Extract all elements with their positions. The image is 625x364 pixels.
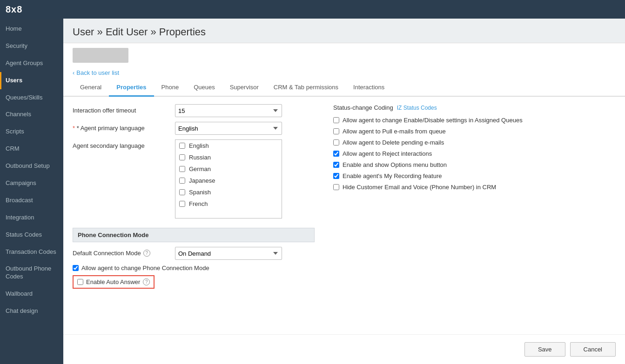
sidebar-item-status-codes[interactable]: Status Codes (0, 226, 63, 244)
right-checkbox-row-enable-options-menu: Enable and show Options menu button (333, 161, 616, 168)
right-checkbox-hide-customer-email[interactable] (333, 184, 339, 190)
user-avatar-area (63, 43, 625, 65)
footer-buttons: Save Cancel (63, 334, 625, 364)
tab-interactions[interactable]: Interactions (346, 79, 392, 97)
tab-general[interactable]: General (73, 79, 109, 97)
sidebar-item-outbound-setup[interactable]: Outbound Setup (0, 158, 63, 175)
agent-primary-language-row: * * Agent primary language English Spani… (73, 122, 315, 135)
save-button[interactable]: Save (524, 342, 565, 357)
right-checkbox-row-allow-pull-emails: Allow agent to Pull e-mails from queue (333, 128, 616, 135)
enable-auto-answer-container: Enable Auto Answer ? (73, 275, 315, 289)
lang-checkbox-japanese[interactable] (179, 178, 185, 184)
right-checkboxes: Allow agent to change Enable/Disable set… (333, 117, 616, 191)
sidebar-item-broadcast[interactable]: Broadcast (0, 192, 63, 209)
right-checkbox-label-allow-change-enable-disable: Allow agent to change Enable/Disable set… (343, 117, 523, 124)
main-content: User » Edit User » Properties ‹ Back to … (63, 19, 625, 364)
right-checkbox-allow-reject-interactions[interactable] (333, 151, 339, 157)
sidebar-item-wallboard[interactable]: Wallboard (0, 285, 63, 303)
enable-auto-answer-checkbox[interactable] (77, 279, 83, 285)
right-checkbox-label-enable-options-menu: Enable and show Options menu button (343, 161, 447, 168)
tab-supervisor[interactable]: Supervisor (222, 79, 266, 97)
right-checkbox-allow-pull-emails[interactable] (333, 128, 339, 134)
sidebar-item-agent-groups[interactable]: Agent Groups (0, 55, 63, 72)
form-right: Status-change Coding IZ Status Codes All… (333, 104, 616, 327)
lang-label-spanish: Spanish (189, 189, 211, 196)
allow-change-connection-row: Allow agent to change Phone Connection M… (73, 265, 315, 271)
lang-option-japanese[interactable]: Japanese (175, 175, 282, 186)
sidebar-item-security[interactable]: Security (0, 38, 63, 55)
topbar: 8x8 (0, 0, 625, 19)
lang-label-german: German (189, 165, 211, 172)
lang-checkbox-french[interactable] (179, 201, 185, 207)
page-title: User » Edit User » Properties (73, 26, 616, 38)
sidebar-item-channels[interactable]: Channels (0, 106, 63, 123)
back-arrow-icon: ‹ (73, 69, 74, 76)
agent-primary-language-label: * * Agent primary language (73, 122, 170, 132)
right-checkbox-row-hide-customer-email: Hide Customer Email and Voice (Phone Num… (333, 184, 616, 191)
required-star: * (73, 125, 77, 132)
phone-connection-mode-header: Phone Connection Mode (73, 228, 315, 242)
enable-auto-answer-label: Enable Auto Answer (86, 278, 140, 285)
tab-queues[interactable]: Queues (186, 79, 222, 97)
sidebar-item-transaction-codes[interactable]: Transaction Codes (0, 244, 63, 261)
sidebar: HomeSecurityAgent GroupsUsersQueues/Skil… (0, 19, 63, 364)
agent-secondary-language-row: Agent secondary language EnglishRussianG… (73, 139, 315, 218)
allow-change-connection-checkbox[interactable] (73, 265, 79, 271)
back-link-area: ‹ Back to user list (63, 65, 625, 79)
default-connection-mode-info-icon[interactable]: ? (143, 250, 150, 257)
sidebar-item-queues-skills[interactable]: Queues/Skills (0, 89, 63, 106)
right-checkbox-allow-change-enable-disable[interactable] (333, 117, 339, 123)
lang-option-english[interactable]: English (175, 140, 282, 152)
sidebar-item-scripts[interactable]: Scripts (0, 123, 63, 140)
cancel-button[interactable]: Cancel (570, 342, 616, 357)
lang-label-russian: Russian (189, 154, 211, 161)
language-listbox-wrap: EnglishRussianGermanJapaneseSpanishFrenc… (175, 139, 282, 218)
lang-label-english: English (189, 142, 209, 149)
interaction-offer-timeout-select[interactable]: 15 30 45 60 (175, 104, 282, 117)
enable-auto-answer-info-icon[interactable]: ? (143, 278, 150, 285)
sidebar-item-users[interactable]: Users (0, 72, 63, 89)
lang-checkbox-spanish[interactable] (179, 189, 185, 195)
right-checkbox-enable-recording[interactable] (333, 173, 339, 179)
back-link[interactable]: ‹ Back to user list (73, 69, 119, 76)
user-avatar (73, 48, 128, 63)
sidebar-item-chat-design[interactable]: Chat design (0, 303, 63, 320)
lang-option-german[interactable]: German (175, 163, 282, 175)
right-checkbox-enable-options-menu[interactable] (333, 162, 339, 168)
right-checkbox-label-allow-delete-pending: Allow agent to Delete pending e-mails (343, 139, 444, 146)
lang-option-russian[interactable]: Russian (175, 152, 282, 163)
right-checkbox-label-allow-reject-interactions: Allow agent to Reject interactions (343, 150, 432, 157)
tab-phone[interactable]: Phone (154, 79, 187, 97)
sidebar-item-campaigns[interactable]: Campaigns (0, 175, 63, 192)
right-checkbox-row-allow-delete-pending: Allow agent to Delete pending e-mails (333, 139, 616, 146)
sidebar-item-crm[interactable]: CRM (0, 140, 63, 158)
sidebar-item-home[interactable]: Home (0, 20, 63, 38)
allow-change-connection-label: Allow agent to change Phone Connection M… (81, 265, 209, 271)
iz-status-codes-link[interactable]: IZ Status Codes (397, 105, 437, 111)
lang-checkbox-german[interactable] (179, 166, 185, 172)
agent-primary-language-select[interactable]: English Spanish French (175, 122, 282, 135)
tab-properties[interactable]: Properties (109, 79, 154, 97)
tabs-bar: GeneralPropertiesPhoneQueuesSupervisorCR… (63, 79, 625, 97)
default-connection-mode-label: Default Connection Mode ? (73, 247, 170, 257)
lang-checkbox-russian[interactable] (179, 154, 185, 160)
lang-checkbox-english[interactable] (179, 143, 185, 149)
language-listbox[interactable]: EnglishRussianGermanJapaneseSpanishFrenc… (175, 139, 282, 218)
right-checkbox-allow-delete-pending[interactable] (333, 139, 339, 146)
default-connection-mode-row: Default Connection Mode ? On Demand Alwa… (73, 247, 315, 260)
lang-option-french[interactable]: French (175, 198, 282, 210)
tab-crm-tab[interactable]: CRM & Tab permissions (266, 79, 346, 97)
status-change-coding-title: Status-change Coding IZ Status Codes (333, 104, 616, 111)
form-area: Interaction offer timeout 15 30 45 60 * … (63, 97, 625, 334)
page-header: User » Edit User » Properties (63, 19, 625, 43)
default-connection-mode-select[interactable]: On Demand Always On (175, 247, 282, 260)
sidebar-item-integration[interactable]: Integration (0, 209, 63, 226)
interaction-offer-timeout-row: Interaction offer timeout 15 30 45 60 (73, 104, 315, 117)
right-checkbox-label-enable-recording: Enable agent's My Recording feature (343, 172, 442, 179)
lang-option-spanish[interactable]: Spanish (175, 186, 282, 198)
right-checkbox-row-allow-reject-interactions: Allow agent to Reject interactions (333, 150, 616, 157)
form-left: Interaction offer timeout 15 30 45 60 * … (73, 104, 315, 327)
sidebar-item-outbound-phone-codes[interactable]: Outbound Phone Codes (0, 260, 63, 285)
right-checkbox-row-enable-recording: Enable agent's My Recording feature (333, 172, 616, 179)
logo: 8x8 (6, 4, 22, 15)
